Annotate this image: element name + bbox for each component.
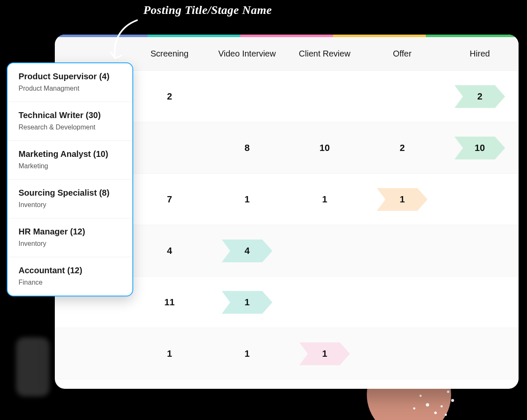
- pipeline-row: 11 1: [55, 328, 519, 380]
- badge-value: 10: [475, 143, 485, 153]
- stage-badge[interactable]: 10: [454, 137, 505, 159]
- stage-badge[interactable]: 1: [222, 291, 272, 314]
- pipeline-cell: [286, 71, 363, 122]
- pipeline-cell[interactable]: 2: [131, 71, 208, 122]
- badge-value: 1: [245, 297, 250, 308]
- pipeline-cell: [363, 225, 441, 276]
- pipeline-cell[interactable]: 1: [208, 328, 286, 379]
- pipeline-cell[interactable]: 11: [131, 277, 208, 328]
- pipeline-cell: [363, 277, 441, 328]
- posting-department: Inventory: [19, 240, 123, 248]
- cell-value: 4: [167, 245, 172, 256]
- cell-value: 7: [167, 194, 172, 205]
- annotation-label: Posting Title/Stage Name: [143, 3, 272, 17]
- stage-badge[interactable]: 2: [454, 85, 505, 108]
- posting-department: Research & Development: [19, 124, 123, 131]
- pipeline-cell[interactable]: 2: [363, 122, 441, 173]
- pipeline-cell[interactable]: 1: [131, 328, 208, 379]
- posting-title: Product Supervisor (4): [19, 72, 123, 81]
- postings-panel: Product Supervisor (4) Product Managment…: [7, 62, 133, 296]
- posting-department: Finance: [19, 279, 123, 286]
- cell-value: 8: [245, 143, 250, 153]
- cell-value: 2: [400, 143, 405, 153]
- cell-value: 2: [167, 91, 172, 102]
- stage-header-video-interview[interactable]: Video Interview: [208, 37, 286, 70]
- pipeline-cell[interactable]: 1: [208, 277, 286, 328]
- pipeline-cell[interactable]: 1: [286, 328, 363, 379]
- stage-header-offer[interactable]: Offer: [363, 37, 441, 70]
- cell-value: 1: [245, 194, 250, 205]
- pipeline-cell: [363, 71, 441, 122]
- badge-value: 1: [322, 348, 327, 359]
- pipeline-cell[interactable]: 1: [208, 174, 286, 225]
- pipeline-cell[interactable]: 2: [441, 71, 519, 122]
- posting-department: Inventory: [19, 201, 123, 209]
- posting-department: Product Managment: [19, 85, 123, 92]
- pipeline-cell: [441, 174, 519, 225]
- stage-header-screening[interactable]: Screening: [131, 37, 208, 70]
- pipeline-cell: [441, 328, 519, 379]
- posting-item[interactable]: Technical Writer (30) Research & Develop…: [8, 102, 132, 141]
- pipeline-cell: [441, 225, 519, 276]
- pipeline-cell: [208, 71, 286, 122]
- pipeline-cell[interactable]: 1: [286, 174, 363, 225]
- cell-value: 1: [245, 348, 250, 359]
- cell-value: 11: [164, 297, 175, 308]
- posting-item[interactable]: Sourcing Specialist (8) Inventory: [8, 180, 132, 218]
- posting-item[interactable]: Product Supervisor (4) Product Managment: [8, 63, 132, 102]
- pipeline-cell[interactable]: 4: [208, 225, 286, 276]
- pipeline-cell[interactable]: 1: [363, 174, 441, 225]
- pipeline-cell: [363, 328, 441, 379]
- stage-badge[interactable]: 1: [299, 342, 350, 365]
- pipeline-cell[interactable]: 7: [131, 174, 208, 225]
- posting-item[interactable]: HR Manager (12) Inventory: [8, 218, 132, 257]
- cell-value: 1: [322, 194, 327, 205]
- stage-badge[interactable]: 1: [377, 188, 428, 211]
- badge-value: 1: [400, 194, 405, 205]
- posting-item[interactable]: Marketing Analyst (10) Marketing: [8, 141, 132, 180]
- posting-title: Accountant (12): [19, 266, 123, 275]
- pipeline-cell[interactable]: 10: [286, 122, 363, 173]
- posting-item[interactable]: Accountant (12) Finance: [8, 257, 132, 296]
- pipeline-cell[interactable]: 4: [131, 225, 208, 276]
- pipeline-cell: [441, 277, 519, 328]
- posting-title: Marketing Analyst (10): [19, 149, 123, 159]
- stage-badge[interactable]: 4: [222, 240, 272, 262]
- posting-title: HR Manager (12): [19, 227, 123, 237]
- pipeline-cell[interactable]: 8: [208, 122, 286, 173]
- badge-value: 2: [477, 91, 482, 102]
- pipeline-cell: [286, 277, 363, 328]
- posting-title: Technical Writer (30): [19, 110, 123, 120]
- cell-value: 10: [320, 143, 330, 153]
- cell-value: 1: [167, 348, 172, 359]
- pipeline-cell: [286, 225, 363, 276]
- posting-title: Sourcing Specialist (8): [19, 188, 123, 198]
- pipeline-cell[interactable]: 10: [441, 122, 519, 173]
- stage-header-hired[interactable]: Hired: [441, 37, 519, 70]
- badge-value: 4: [245, 245, 250, 256]
- board-shadow: [16, 337, 50, 396]
- pipeline-cell: [131, 122, 208, 173]
- posting-department: Marketing: [19, 162, 123, 170]
- stage-header-client-review[interactable]: Client Review: [286, 37, 363, 70]
